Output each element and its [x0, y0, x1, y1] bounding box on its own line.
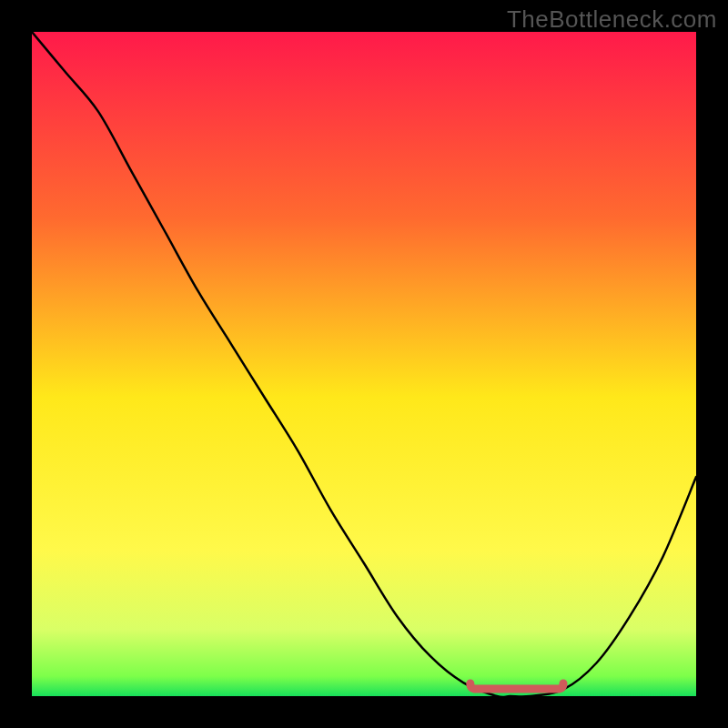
chart-container: TheBottleneck.com — [0, 0, 728, 728]
chart-svg — [32, 32, 696, 696]
gradient-background — [32, 32, 696, 696]
watermark-text: TheBottleneck.com — [507, 5, 717, 34]
plot-area — [32, 32, 696, 696]
